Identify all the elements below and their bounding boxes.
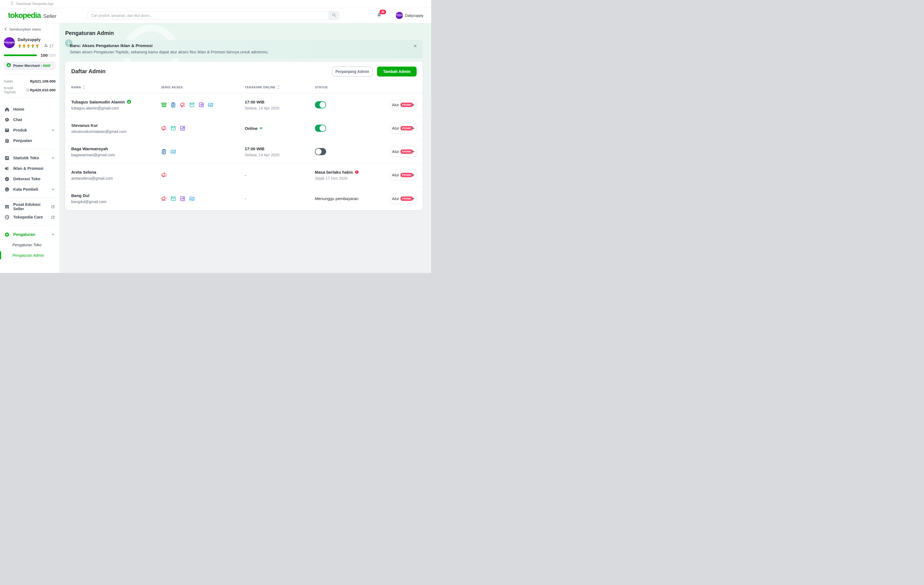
access-chart-icon bbox=[198, 102, 204, 108]
sidebar-item-label: Chat bbox=[13, 117, 22, 122]
search-button[interactable] bbox=[328, 12, 339, 20]
chevron-down-icon bbox=[412, 103, 415, 106]
admin-name: Baga Warmansyah bbox=[71, 146, 161, 151]
atur-label: Atur bbox=[392, 126, 399, 131]
sidebar-item-produk[interactable]: Produk bbox=[0, 125, 59, 136]
download-app-bar[interactable]: Download Tokopedia App bbox=[0, 0, 431, 8]
sidebar-item-label: Pengaturan bbox=[13, 232, 35, 236]
admin-list-card: Daftar Admin Perpanjang Admin Tambah Adm… bbox=[65, 62, 423, 210]
banner-body: Selain akses Pengaturan TopAds, sekarang… bbox=[70, 50, 269, 54]
access-megaphone-icon bbox=[161, 172, 167, 178]
sidebar: Sembunyikan menu Dailyzupply for everyon… bbox=[0, 23, 60, 273]
chat-icon bbox=[4, 117, 10, 122]
sort-icon[interactable] bbox=[83, 85, 85, 89]
atur-button[interactable]: Atur PROMO bbox=[390, 99, 417, 110]
shop-avatar: Dailyzupply for everyone bbox=[4, 37, 15, 48]
atur-button[interactable]: Atur PROMO bbox=[390, 193, 417, 204]
table-header: Nama Jenis Akses Terakhir Online Status bbox=[65, 81, 423, 93]
sidebar-item-pengaturan-toko[interactable]: Pengaturan Toko bbox=[0, 240, 59, 250]
sidebar-item-penjualan[interactable]: Penjualan bbox=[0, 136, 59, 146]
alert-icon bbox=[355, 170, 359, 174]
status-text: Masa berlaku habis bbox=[315, 170, 390, 174]
perpanjang-admin-button[interactable]: Perpanjang Admin bbox=[332, 66, 373, 76]
access-megaphone-icon bbox=[180, 102, 186, 108]
notifications-button[interactable]: 32 bbox=[376, 12, 386, 20]
card-title: Daftar Admin bbox=[71, 68, 332, 74]
shop-profile[interactable]: Dailyzupply for everyone Dailyzupply 17 bbox=[0, 31, 59, 48]
column-header-terakhir-online[interactable]: Terakhir Online bbox=[245, 85, 315, 89]
wallet-summary: Saldo Rp521.109.000 Kredit TopAds Rp420.… bbox=[4, 78, 56, 93]
shop-name: Dailyzupply bbox=[18, 37, 54, 42]
sidebar-item-statistik-toko[interactable]: Statistik Toko bbox=[0, 153, 59, 163]
star-medal-icon bbox=[22, 44, 26, 48]
tokopedia-seller-logo[interactable]: tokopedia Seller bbox=[8, 11, 56, 20]
sidebar-item-pengaturan[interactable]: Pengaturan bbox=[0, 229, 59, 240]
user-profile-chip[interactable]: Dailyzupply for everyone Dailyzupply bbox=[396, 12, 423, 19]
atur-label: Atur bbox=[392, 173, 399, 177]
access-types-cell: Rp bbox=[161, 102, 245, 108]
star-medal-icon bbox=[35, 44, 39, 48]
svg-text:Rp: Rp bbox=[209, 104, 212, 106]
sidebar-item-iklan-promosi[interactable]: Iklan & Promosi bbox=[0, 163, 59, 174]
sidebar-item-home[interactable]: Home bbox=[0, 104, 59, 114]
access-store-icon bbox=[161, 102, 167, 108]
access-mail-icon bbox=[189, 102, 195, 108]
status-cell bbox=[315, 148, 390, 155]
hide-menu-button[interactable]: Sembunyikan menu bbox=[0, 23, 59, 31]
chevron-left-icon bbox=[4, 27, 7, 31]
search-input[interactable] bbox=[87, 12, 328, 20]
main-content: Pengaturan Admin i Baru: Akses Pengatura… bbox=[60, 23, 431, 273]
last-online-cell: - bbox=[245, 196, 315, 201]
sidebar-item-label: Pengaturan Admin bbox=[12, 253, 44, 258]
topads-credit-row[interactable]: Kredit TopAds Rp420.010.000 bbox=[4, 87, 56, 93]
column-header-nama[interactable]: Nama bbox=[71, 85, 161, 89]
access-types-cell bbox=[161, 172, 245, 178]
sidebar-item-kata-pembeli[interactable]: Kata Pembeli bbox=[0, 184, 59, 195]
star-medal-icon bbox=[31, 44, 35, 48]
admin-name: Tubagus Salamudin Alamin bbox=[71, 99, 161, 104]
score-value: 100/100 bbox=[41, 53, 56, 58]
tambah-admin-button[interactable]: Tambah Admin bbox=[377, 66, 417, 76]
sidebar-item-label: Pengaturan Toko bbox=[12, 243, 41, 247]
sidebar-item-label: Home bbox=[13, 107, 24, 111]
saldo-value: Rp521.109.000 bbox=[30, 79, 56, 83]
sidebar-item-dekorasi-toko[interactable]: Dekorasi Toko bbox=[0, 174, 59, 184]
status-toggle[interactable] bbox=[315, 125, 326, 132]
sidebar-item-label: Kata Pembeli bbox=[13, 187, 38, 192]
rating-medals bbox=[18, 43, 40, 48]
sidebar-item-label: Statistik Toko bbox=[13, 156, 39, 160]
sort-icon[interactable] bbox=[277, 85, 280, 89]
power-merchant-badge[interactable]: Power Merchant : Aktif bbox=[4, 61, 56, 70]
chevron-down-icon bbox=[51, 187, 55, 191]
sidebar-item-pengaturan-admin[interactable]: Pengaturan Admin bbox=[0, 250, 59, 261]
sidebar-item-label: Pusat Edukasi Seller bbox=[13, 202, 47, 211]
ads-icon bbox=[4, 166, 10, 171]
access-rp-icon: Rp bbox=[189, 196, 195, 202]
atur-button[interactable]: Atur PROMO bbox=[390, 123, 417, 134]
last-online-time: 17:00 WIB bbox=[245, 99, 315, 104]
sidebar-item-tokopedia-care[interactable]: Tokopedia Care bbox=[0, 212, 59, 222]
refresh-icon[interactable] bbox=[26, 88, 30, 92]
promo-badge: PROMO bbox=[400, 173, 413, 177]
atur-button[interactable]: Atur PROMO bbox=[390, 170, 417, 180]
close-icon[interactable] bbox=[413, 44, 417, 48]
table-row: Baga Warmansyah bagawarman@gmail.com Rp … bbox=[65, 140, 423, 164]
access-clipboard-icon bbox=[161, 149, 167, 155]
shop-stats: 17 bbox=[18, 43, 54, 48]
saldo-row[interactable]: Saldo Rp521.109.000 bbox=[4, 78, 56, 84]
atur-button[interactable]: Atur PROMO bbox=[390, 146, 417, 157]
buyer-icon bbox=[4, 187, 10, 192]
sidebar-item-chat[interactable]: Chat bbox=[0, 114, 59, 125]
star-medal-icon bbox=[26, 44, 31, 48]
sidebar-item-pusat-edukasi-seller[interactable]: Pusat Edukasi Seller bbox=[0, 202, 59, 212]
followers-count: 17 bbox=[44, 43, 54, 48]
score-progress-bar bbox=[4, 55, 37, 56]
status-cell bbox=[315, 101, 390, 108]
table-row: Areta Selena aretaselena@gmail.com - Mas… bbox=[65, 164, 423, 187]
global-search bbox=[87, 11, 339, 20]
status-cell: Menunggu pembayaran bbox=[315, 196, 390, 201]
status-toggle[interactable] bbox=[315, 148, 326, 155]
notification-count-badge: 32 bbox=[380, 10, 386, 14]
topads-value: Rp420.010.000 bbox=[30, 88, 56, 92]
status-toggle[interactable] bbox=[315, 101, 326, 108]
